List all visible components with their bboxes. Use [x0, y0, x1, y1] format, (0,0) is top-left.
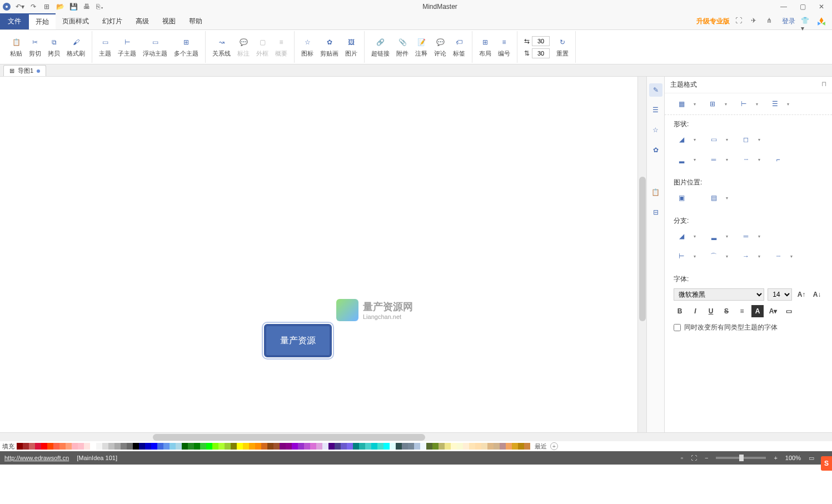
branch-line-icon[interactable]: ▂: [706, 230, 721, 242]
color-swatch[interactable]: [35, 443, 41, 450]
branch-curve-icon[interactable]: ⌒: [706, 250, 721, 262]
fit-page-icon[interactable]: ▫: [681, 455, 683, 461]
side-history-icon[interactable]: ⊟: [649, 206, 662, 219]
color-swatch[interactable]: [341, 443, 347, 450]
color-swatch[interactable]: [47, 443, 53, 450]
copy-button[interactable]: ⧉拷贝: [44, 31, 63, 63]
note-button[interactable]: 📝注释: [412, 31, 431, 63]
layout-style-4-icon[interactable]: ☰: [767, 98, 783, 110]
summary-button[interactable]: ≡概要: [272, 31, 291, 63]
color-swatch[interactable]: [78, 443, 84, 450]
side-task-icon[interactable]: 📋: [649, 186, 662, 199]
color-swatch[interactable]: [255, 443, 261, 450]
hscroll-thumb[interactable]: [153, 434, 425, 441]
branch-style-icon[interactable]: ⊢: [674, 250, 689, 262]
color-swatch[interactable]: [439, 443, 445, 450]
add-color-icon[interactable]: +: [550, 442, 558, 450]
color-swatch[interactable]: [335, 443, 341, 450]
color-swatch[interactable]: [121, 443, 127, 450]
color-swatch[interactable]: [267, 443, 273, 450]
horizontal-scrollbar[interactable]: [0, 432, 832, 441]
color-swatch[interactable]: [72, 443, 78, 450]
hspacing-input[interactable]: [532, 36, 550, 46]
tab-slideshow[interactable]: 幻灯片: [96, 13, 129, 29]
color-swatch[interactable]: [273, 443, 280, 450]
color-swatch[interactable]: [231, 443, 237, 450]
color-swatch[interactable]: [322, 443, 328, 450]
color-swatch[interactable]: [451, 443, 457, 450]
image-pos-2-icon[interactable]: ▤: [706, 192, 721, 204]
color-swatch[interactable]: [383, 443, 390, 450]
redo-icon[interactable]: ↷: [29, 2, 38, 11]
line-color-icon[interactable]: ▂: [674, 153, 689, 166]
color-swatch[interactable]: [512, 443, 518, 450]
italic-button[interactable]: I: [689, 305, 701, 317]
color-swatch[interactable]: [29, 443, 35, 450]
color-swatch[interactable]: [200, 443, 206, 450]
fullscreen-icon[interactable]: ⛶: [735, 17, 745, 27]
side-icon-icon[interactable]: ☆: [649, 123, 662, 137]
color-swatch[interactable]: [432, 443, 439, 450]
branch-fill-icon[interactable]: ◢: [674, 230, 689, 242]
color-swatch[interactable]: [249, 443, 255, 450]
layout-style-2-icon[interactable]: ⊞: [705, 98, 720, 110]
color-swatch[interactable]: [170, 443, 176, 450]
topic-button[interactable]: ▭主题: [96, 31, 114, 63]
shape-type-icon[interactable]: ▭: [706, 133, 721, 146]
cut-button[interactable]: ✂剪切: [26, 31, 44, 63]
branch-dash-icon[interactable]: ┄: [770, 250, 786, 262]
tab-start[interactable]: 开始: [29, 13, 56, 29]
color-swatch[interactable]: [359, 443, 365, 450]
tab-help[interactable]: 帮助: [182, 13, 209, 29]
print-icon[interactable]: 🖶: [82, 2, 91, 11]
color-swatch[interactable]: [66, 443, 72, 450]
color-swatch[interactable]: [304, 443, 310, 450]
color-swatch[interactable]: [212, 443, 218, 450]
attachment-button[interactable]: 📎附件: [393, 31, 412, 63]
highlight-button[interactable]: A: [751, 305, 764, 317]
paste-button[interactable]: 📋粘贴: [7, 31, 26, 63]
color-swatch[interactable]: [420, 443, 426, 450]
image-pos-1-icon[interactable]: ▣: [674, 192, 689, 204]
color-swatch[interactable]: [414, 443, 420, 450]
color-swatch[interactable]: [286, 443, 292, 450]
color-swatch[interactable]: [500, 443, 506, 450]
logo-icon[interactable]: [816, 17, 826, 27]
fit-width-icon[interactable]: ⛶: [691, 455, 697, 461]
color-swatch[interactable]: [426, 443, 432, 450]
color-swatch[interactable]: [408, 443, 414, 450]
comment-button[interactable]: 💬评论: [431, 31, 450, 63]
color-swatch[interactable]: [90, 443, 96, 450]
vspacing-input[interactable]: [532, 48, 550, 58]
apply-all-checkbox[interactable]: [674, 324, 681, 331]
zoom-out-icon[interactable]: −: [705, 455, 708, 461]
theme-icon[interactable]: 👕▾: [801, 17, 811, 27]
color-swatch[interactable]: [310, 443, 316, 450]
color-swatch[interactable]: [390, 443, 396, 450]
relation-button[interactable]: ↝关系线: [209, 31, 234, 63]
layout-style-1-icon[interactable]: ▦: [674, 98, 689, 110]
color-swatch[interactable]: [487, 443, 494, 450]
shadow-icon[interactable]: ◻: [738, 133, 754, 146]
color-swatch[interactable]: [225, 443, 231, 450]
text-box-button[interactable]: ▭: [783, 305, 795, 317]
color-swatch[interactable]: [96, 443, 102, 450]
undo-icon[interactable]: ↶▾: [16, 2, 24, 11]
number-button[interactable]: ≡编号: [495, 31, 514, 63]
color-swatch[interactable]: [151, 443, 157, 450]
fill-color-icon[interactable]: ◢: [674, 133, 689, 146]
color-swatch[interactable]: [481, 443, 487, 450]
color-swatch[interactable]: [114, 443, 121, 450]
color-swatch[interactable]: [176, 443, 182, 450]
subtopic-button[interactable]: ⊢子主题: [114, 31, 140, 63]
color-swatch[interactable]: [84, 443, 90, 450]
color-swatch[interactable]: [41, 443, 47, 450]
color-swatch[interactable]: [53, 443, 59, 450]
tag-button[interactable]: 🏷标签: [450, 31, 469, 63]
color-swatch[interactable]: [188, 443, 194, 450]
line-weight-icon[interactable]: ═: [706, 153, 721, 166]
zoom-slider[interactable]: [716, 457, 766, 459]
layout-button[interactable]: ⊞布局: [476, 31, 495, 63]
font-decrease-icon[interactable]: A↓: [811, 288, 823, 301]
color-swatch[interactable]: [23, 443, 29, 450]
